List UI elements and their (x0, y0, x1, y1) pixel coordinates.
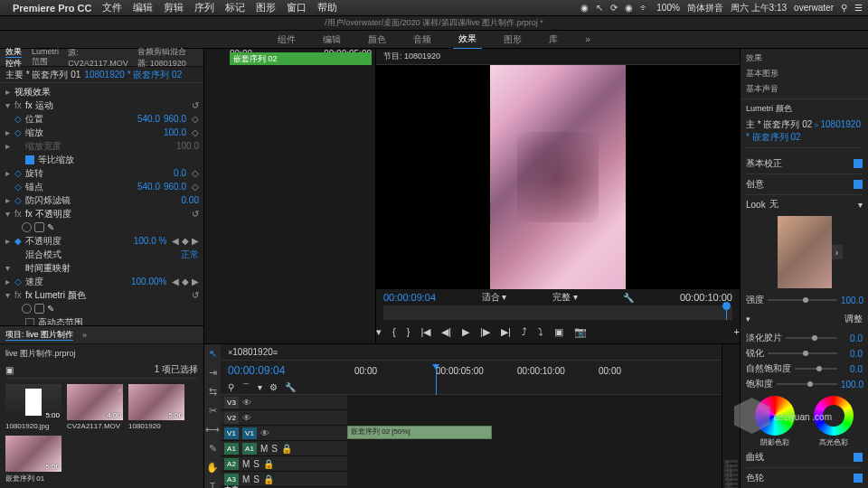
tab-project[interactable]: 项目: live 图片制作 (5, 329, 73, 341)
tab-source[interactable]: 源: CV2A2117.MOV (68, 47, 128, 68)
mask-ellipse-icon[interactable] (22, 222, 32, 232)
checkbox-icon[interactable] (854, 453, 863, 462)
ec-motion[interactable]: ▾fxfx 运动↺ (0, 99, 203, 112)
menu-window[interactable]: 窗口 (287, 1, 307, 14)
tab-essential-sound[interactable]: 基本声音 (746, 83, 863, 95)
track-v3[interactable]: V3👁 (221, 395, 347, 410)
ec-scale[interactable]: ▸◇缩放100.0◇ (0, 126, 203, 139)
wrench-icon[interactable]: 🔧 (285, 382, 296, 392)
status-search-icon[interactable]: ⚲ (841, 3, 847, 13)
tab-effect-controls[interactable]: 效果控件 (5, 46, 23, 70)
eye-icon[interactable]: 👁 (260, 428, 269, 438)
lumetri-curves[interactable]: 曲线 (746, 447, 863, 468)
ec-time-remap[interactable]: ▾时间重映射 (0, 261, 203, 275)
solo-icon[interactable]: S (253, 474, 259, 484)
next-look-icon[interactable]: › (832, 245, 843, 259)
playhead-icon[interactable] (726, 305, 727, 320)
timeline-tab[interactable]: × 10801920 ≡ (221, 344, 722, 361)
project-item[interactable]: 5:00 嵌套序列 01 (5, 436, 61, 483)
track-a1[interactable]: A1A1MS🔒 (221, 441, 347, 456)
mask-ellipse-icon[interactable] (22, 304, 32, 314)
program-full[interactable]: 完整 ▾ (552, 291, 578, 304)
marker-icon[interactable]: ▾ (258, 382, 262, 392)
checkbox-icon[interactable] (854, 180, 863, 189)
track-v1[interactable]: V1V1👁 (221, 426, 347, 441)
mask-pen-icon[interactable]: ✎ (47, 222, 57, 232)
pen-tool-icon[interactable]: ✎ (209, 443, 217, 455)
ec-master-link[interactable]: 10801920 * 嵌套序列 02 (84, 69, 182, 81)
hand-tool-icon[interactable]: ✋ (206, 462, 219, 474)
intensity-slider[interactable]: 强度100.0 (746, 294, 863, 306)
workspace-libraries[interactable]: 库 (543, 31, 563, 49)
highlight-wheel[interactable] (814, 396, 854, 436)
lumetri-look[interactable]: Look 无▾ (746, 198, 863, 211)
lock-icon[interactable]: 🔒 (263, 459, 274, 469)
lumetri-creative[interactable]: 创意 (746, 174, 863, 195)
timeline-timecode[interactable]: 00:00:09:04 (228, 364, 354, 377)
breadcrumb-bin-icon[interactable]: ▣ (5, 365, 14, 375)
program-scrubber[interactable] (383, 305, 732, 320)
track-a3[interactable]: A3MS🔒 (221, 472, 347, 487)
program-settings-icon[interactable]: 🔧 (623, 293, 634, 303)
workspace-graphics[interactable]: 图形 (498, 31, 527, 49)
track-content[interactable]: 嵌套序列 02 [50%] (347, 395, 722, 488)
workspace-color[interactable]: 颜色 (363, 31, 392, 49)
checkbox-icon[interactable] (854, 474, 863, 483)
mute-icon[interactable]: M (242, 459, 250, 469)
project-item[interactable]: 5:00 10801920.jpg (5, 384, 61, 430)
export-frame-icon[interactable]: ▣ (554, 326, 563, 338)
ec-hdr[interactable]: 高动态范围 (0, 315, 203, 325)
ec-opacity[interactable]: ▾fxfx 不透明度↺ (0, 207, 203, 221)
mark-in-icon[interactable]: { (392, 326, 396, 337)
shadow-wheel[interactable] (755, 396, 795, 436)
solo-icon[interactable]: S (253, 459, 259, 469)
eye-icon[interactable]: 👁 (242, 413, 251, 423)
ec-lumetri[interactable]: ▾fxfx Lumetri 颜色↺ (0, 288, 203, 302)
mute-icon[interactable]: M (242, 474, 250, 484)
project-item[interactable]: 4:00♪ CV2A2117.MOV (67, 384, 123, 430)
mask-rect-icon[interactable] (34, 304, 44, 314)
tab-lumetri-scopes[interactable]: Lumetri 范围 (32, 47, 59, 68)
solo-icon[interactable]: S (271, 444, 278, 454)
menu-file[interactable]: 文件 (102, 1, 122, 14)
program-tc-left[interactable]: 00:00:09:04 (383, 292, 436, 303)
lock-icon[interactable]: 🔒 (263, 474, 274, 484)
eye-icon[interactable]: 👁 (242, 398, 251, 408)
checkbox-icon[interactable] (854, 159, 863, 168)
menu-sequence[interactable]: 序列 (194, 1, 214, 14)
ec-video-effects[interactable]: ▸视频效果 (0, 85, 203, 99)
timeline-ruler[interactable]: 00:00 00:00:05:00 00:00:10:00 00:00 (354, 366, 714, 376)
menu-edit[interactable]: 编辑 (133, 1, 153, 14)
program-viewport[interactable] (376, 65, 740, 289)
type-tool-icon[interactable]: T (210, 481, 216, 488)
selection-tool-icon[interactable]: ↖ (209, 348, 217, 360)
tab-audio-mixer[interactable]: 音频剪辑混合器: 10801920 (137, 46, 189, 70)
menu-graphics[interactable]: 图形 (256, 1, 276, 14)
program-fit[interactable]: 适合 ▾ (482, 291, 507, 304)
lift-icon[interactable]: ⤴ (522, 326, 527, 337)
step-back-icon[interactable]: ◀| (441, 326, 451, 338)
workspace-overflow-icon[interactable]: » (580, 32, 596, 47)
saturation-slider[interactable]: 饱和度100.0 (746, 378, 863, 390)
app-menu[interactable]: Premiere Pro CC (13, 3, 91, 14)
menu-marker[interactable]: 标记 (225, 1, 245, 14)
fade-slider[interactable]: 淡化胶片0.0 (746, 332, 863, 344)
checkbox-hdr[interactable] (25, 318, 34, 326)
go-out-icon[interactable]: ▶| (501, 326, 511, 338)
status-menu-icon[interactable]: ☰ (854, 3, 863, 13)
workspace-assembly[interactable]: 组件 (272, 31, 301, 49)
ec-uniform-scale[interactable]: 等比缩放 (0, 153, 203, 166)
tab-essential-graphics[interactable]: 基本图形 (746, 68, 863, 80)
ec-clip-bar[interactable]: 嵌套序列 02 (230, 52, 372, 65)
workspace-audio[interactable]: 音频 (408, 31, 437, 49)
mute-icon[interactable]: M (260, 444, 268, 454)
lumetri-wheels-sec[interactable]: 色轮 (746, 468, 863, 488)
check-icon[interactable] (25, 155, 34, 164)
go-in-icon[interactable]: |◀ (420, 326, 430, 338)
snap-icon[interactable]: ⚲ (228, 382, 234, 392)
track-a2[interactable]: A2MS🔒 (221, 456, 347, 472)
sharpen-slider[interactable]: 锐化0.0 (746, 347, 863, 360)
track-v2[interactable]: V2👁 (221, 410, 347, 426)
ec-antiflicker[interactable]: ▸◇防闪烁滤镜0.00 (0, 193, 203, 207)
settings-icon[interactable]: ⚙ (269, 382, 278, 392)
